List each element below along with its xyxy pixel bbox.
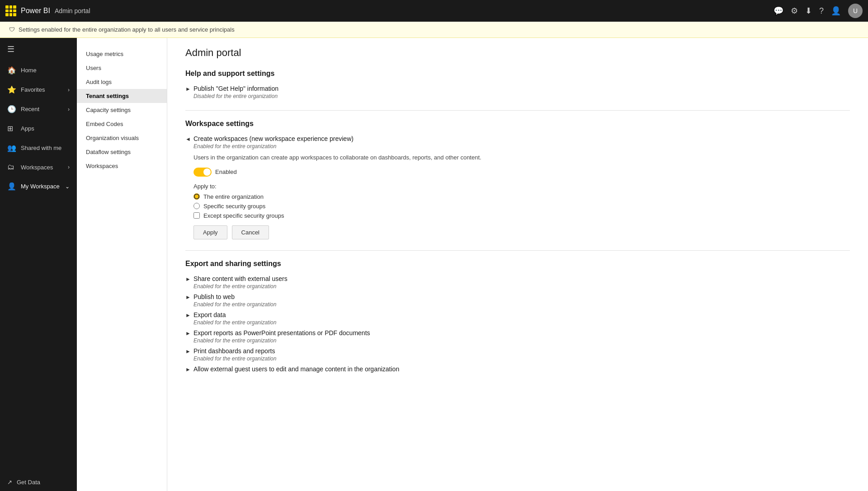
radio-specific-groups[interactable]: Specific security groups [193,203,850,210]
description-create-workspaces: Users in the organization can create app… [193,153,850,162]
setting-export-data: ► Export data Enabled for the entire org… [185,311,850,326]
setting-publish-get-help: ► Publish "Get Help" information Disable… [185,85,850,99]
setting-header-publish-web: ► Publish to web [185,293,850,300]
sidebar-item-my-workspace[interactable]: 👤 My Workspace ⌄ [0,177,77,196]
sidebar: ☰ 🏠 Home ⭐ Favorites › 🕒 Recent › ⊞ Apps… [0,38,77,491]
arrow-publish-get-help-icon[interactable]: ► [185,86,191,92]
home-icon: 🏠 [7,66,16,75]
section-export-sharing: Export and sharing settings ► Share cont… [185,260,850,373]
left-nav: Usage metrics Users Audit logs Tenant se… [77,38,167,491]
arrow-export-data-icon[interactable]: ► [185,312,191,318]
heading-workspace: Workspace settings [185,120,850,128]
topbar-left: Power BI Admin portal [5,5,90,16]
subtitle-publish-web: Enabled for the entire organization [193,301,850,308]
toggle-enabled[interactable] [193,168,212,177]
arrow-create-workspaces-icon[interactable]: ◄ [185,136,191,142]
nav-embed-codes[interactable]: Embed Codes [77,117,167,131]
sidebar-label-get-data: Get Data [17,479,40,486]
subtitle-publish-get-help: Disabled for the entire organization [193,93,850,99]
divider-2 [185,250,850,251]
radio-specific-groups-input[interactable] [193,203,200,209]
arrow-share-external-icon[interactable]: ► [185,276,191,282]
radio-entire-org[interactable]: The entire organization [193,193,850,200]
setting-create-workspaces: ◄ Create workspaces (new workspace exper… [185,135,850,239]
brand-name: Power BI [21,7,50,15]
setting-allow-external: ► Allow external guest users to edit and… [185,365,850,373]
topbar-right: 💬 ⚙ ⬇ ? 👤 U [774,4,863,18]
sidebar-get-data[interactable]: ↗ Get Data [0,473,77,491]
menu-toggle-icon[interactable]: ☰ [0,38,77,61]
subtitle-print-dashboards: Enabled for the entire organization [193,355,850,362]
sidebar-item-shared[interactable]: 👥 Shared with me [0,138,77,158]
sidebar-item-recent[interactable]: 🕒 Recent › [0,99,77,119]
arrow-print-dashboards-icon[interactable]: ► [185,348,191,355]
main-layout: ☰ 🏠 Home ⭐ Favorites › 🕒 Recent › ⊞ Apps… [0,38,868,491]
sidebar-item-favorites[interactable]: ⭐ Favorites › [0,80,77,99]
help-icon[interactable]: ? [819,6,824,16]
radio-entire-org-label: The entire organization [203,193,264,200]
heading-help-support: Help and support settings [185,70,850,78]
topbar: Power BI Admin portal 💬 ⚙ ⬇ ? 👤 U [0,0,868,22]
setting-publish-web: ► Publish to web Enabled for the entire … [185,293,850,308]
nav-capacity-settings[interactable]: Capacity settings [77,103,167,117]
nav-audit-logs[interactable]: Audit logs [77,75,167,89]
account-icon[interactable]: 👤 [831,6,841,16]
admin-portal-label: Admin portal [55,7,90,14]
subtitle-share-external: Enabled for the entire organization [193,283,850,290]
title-publish-web: Publish to web [193,293,235,300]
apply-to-label: Apply to: [193,183,850,190]
subtitle-export-reports: Enabled for the entire organization [193,337,850,344]
toggle-container: Enabled [193,168,850,177]
apps-icon: ⊞ [7,124,16,133]
sidebar-item-home[interactable]: 🏠 Home [0,61,77,80]
heading-export-sharing: Export and sharing settings [185,260,850,268]
checkbox-except-groups-label: Except specific security groups [203,212,284,219]
sidebar-item-workspaces[interactable]: 🗂 Workspaces › [0,158,77,177]
chevron-recent-icon: › [68,106,70,112]
title-create-workspaces: Create workspaces (new workspace experie… [193,135,354,142]
radio-entire-org-input[interactable] [193,193,200,200]
chevron-workspaces-icon: › [68,164,70,170]
sidebar-label-apps: Apps [21,125,34,132]
setting-export-reports: ► Export reports as PowerPoint presentat… [185,329,850,344]
title-export-reports: Export reports as PowerPoint presentatio… [193,329,370,337]
radio-specific-groups-label: Specific security groups [203,203,265,210]
arrow-publish-web-icon[interactable]: ► [185,294,191,300]
title-export-data: Export data [193,311,226,318]
nav-tenant-settings[interactable]: Tenant settings [77,89,167,103]
button-row: Apply Cancel [193,225,850,239]
title-allow-external: Allow external guest users to edit and m… [193,365,399,373]
nav-workspaces[interactable]: Workspaces [77,159,167,173]
avatar[interactable]: U [848,4,863,18]
checkbox-except-groups[interactable]: Except specific security groups [193,212,850,219]
setting-header-allow-external: ► Allow external guest users to edit and… [185,365,850,373]
nav-dataflow-settings[interactable]: Dataflow settings [77,145,167,159]
nav-org-visuals[interactable]: Organization visuals [77,131,167,145]
nav-users[interactable]: Users [77,61,167,75]
sidebar-label-recent: Recent [21,106,39,112]
subtitle-export-data: Enabled for the entire organization [193,319,850,326]
setting-header-print-dashboards: ► Print dashboards and reports [185,347,850,355]
cancel-button[interactable]: Cancel [232,225,269,239]
sidebar-label-shared: Shared with me [21,145,61,151]
apply-button[interactable]: Apply [193,225,227,239]
nav-usage-metrics[interactable]: Usage metrics [77,47,167,61]
comment-icon[interactable]: 💬 [774,6,783,16]
arrow-export-reports-icon[interactable]: ► [185,330,191,337]
setting-print-dashboards: ► Print dashboards and reports Enabled f… [185,347,850,362]
subtitle-create-workspaces: Enabled for the entire organization [193,143,850,150]
waffle-icon[interactable] [5,5,16,16]
sidebar-label-favorites: Favorites [21,86,45,93]
shared-icon: 👥 [7,144,16,152]
get-data-icon: ↗ [7,479,12,486]
divider-1 [185,110,850,111]
workspaces-icon: 🗂 [7,163,16,171]
setting-header-share-external: ► Share content with external users [185,275,850,282]
arrow-allow-external-icon[interactable]: ► [185,366,191,373]
star-icon: ⭐ [7,85,16,94]
settings-icon[interactable]: ⚙ [791,6,798,16]
download-icon[interactable]: ⬇ [805,6,812,16]
checkbox-except-groups-input[interactable] [193,212,200,219]
sidebar-item-apps[interactable]: ⊞ Apps [0,119,77,138]
setting-header-create-workspaces: ◄ Create workspaces (new workspace exper… [185,135,850,142]
